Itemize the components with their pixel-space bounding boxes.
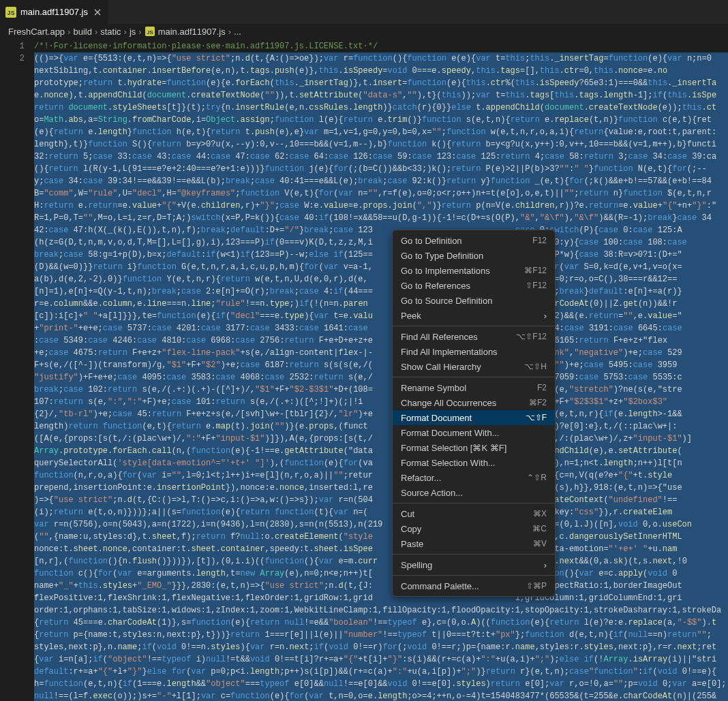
code-line: a(b),d(e,2,-2),0)}function Y(e,t,n,r){re… [34,273,728,285]
tab-filename: main.adf11907.js [20,7,88,17]
menu-item[interactable]: Paste⌘V [393,536,555,551]
code-line: {2}/,"tb-rl")+e;case 45:return F+e+z+s(e… [34,408,728,420]
menu-item[interactable]: Go to Type Definition [393,248,555,263]
menu-item[interactable]: Find All Implementations [393,344,555,359]
menu-separator [393,575,555,576]
breadcrumb-item[interactable]: main.adf11907.js [158,27,226,37]
breadcrumb-item[interactable]: static [100,27,121,37]
menu-item[interactable]: Go to Source Definition [393,293,555,308]
js-file-icon: JS [5,7,16,18]
code-line: R=1,P=0,T="",M=o,L=i,z=r,D=T;A;)switch(x… [34,212,728,224]
svg-text:JS: JS [7,10,15,17]
chevron-right-icon: › [228,27,231,37]
menu-item[interactable]: Peek› [393,308,555,323]
editor-tab[interactable]: JS main.adf11907.js [0,0,109,24]
menu-item[interactable]: Format Selection [⌘K ⌘F] [393,440,555,455]
code-line: +e;case 4675:return F+e+z+"flex-line-pac… [34,347,728,359]
code-line: [n]=1),e[n]+=Q(y-1,t,n);break;case 2:e[n… [34,285,728,298]
menu-item[interactable]: Go to Implementations⌘F12 [393,263,555,278]
svg-text:JS: JS [147,29,153,35]
menu-item[interactable]: Go to DefinitionF12 [393,233,555,248]
close-icon[interactable] [92,7,103,18]
menu-separator [393,503,555,503]
js-file-icon: JS [145,26,155,37]
code-line: (e){return e.length}function h(e,t){retu… [34,126,728,138]
menu-item-shortcut: ⌥⇧F12 [516,332,547,341]
chevron-right-icon: › [67,27,70,37]
chevron-right-icon: › [544,560,547,570]
code-line: [c]):i[c]+" "+a[l]}}},te=function(e){if(… [34,310,728,322]
breadcrumb[interactable]: FreshCart.app › build › static › js › JS… [0,24,728,39]
code-line: break;case 58:g=1+p(D),b=x;default:if(w<… [34,249,728,261]
menu-item-shortcut: ⌃⇧R [527,473,547,482]
context-menu: Go to DefinitionF12Go to Type Definition… [392,230,556,597]
code-line: prototype;return t.hydrate=function(e){e… [34,77,728,89]
code-line: function(n,r,o,a){for(var i="",l=0;l<t;l… [34,469,728,482]
menu-item[interactable]: Go to References⇧F12 [393,278,555,293]
code-line: /*!·For·license·information·please·see·m… [34,40,728,52]
menu-item-label: Peek [401,311,421,321]
code-line: ([A(e,{props:[s(t,/:(plac\w+)/,":"+F+"in… [34,433,728,445]
code-line: flexPositive:1,flexShrink:1,flexNegative… [34,592,728,604]
code-line: querySelectorAll('style[data-emotion^="'… [34,457,728,469]
code-line: 42:case 47:h(X(_(k(),E()),t,n),f);break;… [34,224,728,236]
breadcrumb-item[interactable]: build [73,27,91,37]
menu-item-label: Go to Implementations [401,266,490,276]
menu-item-shortcut: ⌘F2 [529,398,547,407]
code-line: +"print-"+e+e;case 5737:case 4201:case 3… [34,322,728,334]
menu-item[interactable]: Cut⌘X [393,506,555,521]
chevron-right-icon: › [124,27,127,37]
menu-item[interactable]: Format Selection With... [393,455,555,470]
menu-item-shortcut: ⌘X [533,509,547,518]
line-number: 2 [0,52,25,65]
menu-item[interactable]: Change All Occurrences⌘F2 [393,395,555,410]
breadcrumb-item[interactable]: FreshCart.app [8,27,65,37]
menu-separator [393,377,555,377]
code-line: )=>{"use strict";n.d(t,{C:()=>l,T:()=>c,… [34,494,728,506]
menu-item-label: Format Document [401,413,472,423]
menu-item[interactable]: Command Palette...⇧⌘P [393,578,555,593]
menu-item-label: Refactor... [401,473,441,483]
menu-item[interactable]: Rename SymbolF2 [393,380,555,395]
line-gutter: 1 2 [0,39,34,701]
code-line: var r=n(5756),o=n(5043),a=n(1722),i=n(94… [34,518,728,531]
menu-item-label: Paste [401,539,423,549]
code-line: H:return e.return=e.value+"{"+V(e.childr… [34,200,728,212]
menu-item[interactable]: Show Call Hierarchy⌥⇧H [393,359,555,374]
code-line: y;case 34:case 39:34!==e&&39!==e&&L(b);b… [34,175,728,187]
menu-separator [393,554,555,555]
menu-item[interactable]: Copy⌘C [393,521,555,536]
code-line: length},t)}function S(){return b=y>0?u(x… [34,138,728,151]
menu-item-label: Go to References [401,281,470,291]
menu-item[interactable]: Source Action... [393,485,555,500]
code-line: [n,r],(function(){n.flush()}))}),[t]),(0… [34,555,728,567]
line-number: 1 [0,40,25,52]
menu-item-label: Source Action... [401,488,463,498]
code-line: (D)&&(w=0)}}return i}function G(e,t,n,r,… [34,261,728,273]
code-line: return document.styleSheets[t]}(t);try{n… [34,102,728,114]
code-line: null!==(l=f.exec(o));)s+="-"+l[1];var c=… [34,690,728,701]
code-line: length)return function(e,t){return e.map… [34,420,728,433]
code-line: r=e.column&&e.column,e.line===n.line;"ru… [34,298,728,310]
chevron-right-icon: › [138,27,141,37]
breadcrumb-item[interactable]: ... [234,27,241,37]
menu-item[interactable]: Format Document⌥⇧F [393,410,555,425]
code-line: (h(z=G(D,t,n,m,v,o,d,T,M=[],L=[],g),i),1… [34,236,728,249]
menu-item-label: Format Selection With... [401,458,496,468]
menu-separator [393,326,555,326]
code-line: styles,next:p},n.name;if(void 0!==n.styl… [34,641,728,653]
menu-item-shortcut: ⌘F12 [524,266,547,275]
menu-item-shortcut: ⌥⇧H [524,362,547,371]
breadcrumb-item[interactable]: js [130,27,136,37]
menu-item[interactable]: Refactor...⌃⇧R [393,470,555,485]
code-content[interactable]: /*!·For·license·information·please·see·m… [34,39,728,701]
code-line: nextSibling,t.container.insertBefore(e,n… [34,65,728,77]
menu-item[interactable]: Spelling› [393,557,555,572]
editor-area[interactable]: 1 2 /*!·For·license·information·please·s… [0,39,728,701]
code-line: break;case 102:return s(e,/(.+:)(.+)-([^… [34,384,728,396]
menu-item-label: Spelling [401,560,432,570]
menu-item[interactable]: Format Document With... [393,425,555,440]
menu-item[interactable]: Find All References⌥⇧F12 [393,329,555,344]
menu-item-shortcut: ⇧F12 [526,281,547,290]
code-line: default:r+=a+"{"+l+"}"}else for(var p=0;… [34,666,728,678]
